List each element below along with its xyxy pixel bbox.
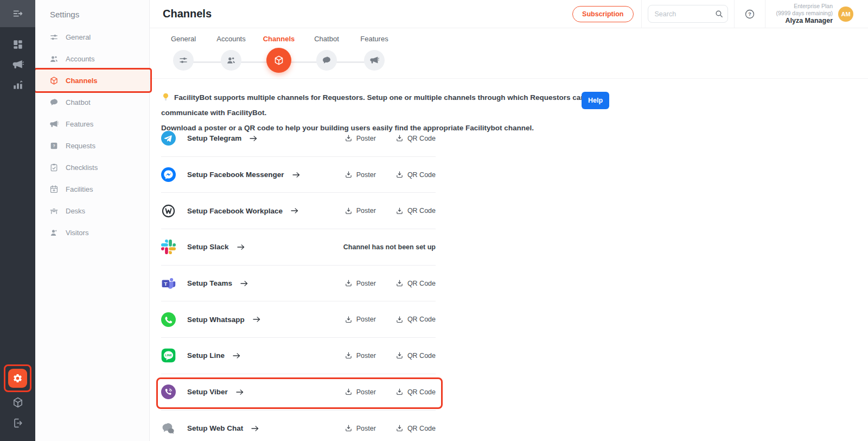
poster-download-button[interactable]: Poster — [344, 134, 376, 142]
channel-row: Setup Web Chat Channel has not been set … — [161, 411, 436, 441]
channel-setup-link[interactable]: Setup Telegram — [187, 134, 241, 142]
collapse-sidebar-button[interactable] — [0, 0, 35, 27]
subscription-button[interactable]: Subscription — [572, 6, 633, 22]
search-box — [648, 5, 728, 23]
download-icon — [344, 316, 353, 324]
poster-download-button[interactable]: Poster — [344, 279, 376, 287]
qr-code-download-button[interactable]: QR Code — [395, 134, 436, 142]
settings-menu-item[interactable]: Checklists — [35, 156, 149, 178]
poster-download-button[interactable]: Poster — [344, 171, 376, 179]
svg-text:LINE: LINE — [165, 354, 172, 357]
stepper-step-circle[interactable] — [173, 50, 194, 71]
qr-code-label: QR Code — [407, 388, 436, 396]
channel-row: Setup Facebook Workplace Channel has not… — [161, 193, 436, 229]
rail-bottom-button[interactable] — [12, 417, 24, 429]
bar-chart-icon — [12, 79, 24, 91]
download-icon — [344, 424, 353, 432]
settings-menu-item[interactable]: Features — [35, 113, 149, 135]
arrow-right-icon[interactable] — [291, 170, 301, 180]
setup-stepper: General Accounts Channels — [159, 35, 398, 73]
channel-setup-link[interactable]: Setup Facebook Messenger — [187, 171, 284, 179]
rail-nav-button[interactable] — [12, 59, 24, 71]
rail-bottom-button[interactable] — [12, 396, 24, 408]
stepper-step[interactable]: Features — [350, 35, 398, 73]
download-icon — [395, 171, 404, 179]
qr-code-download-button[interactable]: QR Code — [395, 388, 436, 396]
arrow-right-icon[interactable] — [239, 279, 249, 288]
plan-remaining: (9999 days remaining) — [776, 10, 833, 17]
arrow-right-icon[interactable] — [235, 387, 245, 397]
channel-setup-link[interactable]: Setup Slack — [187, 243, 229, 251]
settings-menu-item[interactable]: Facilities — [35, 178, 149, 200]
channel-setup-link[interactable]: Setup Facebook Workplace — [187, 207, 283, 215]
collapse-sidebar-icon — [12, 8, 24, 20]
search-icon[interactable] — [714, 9, 724, 18]
poster-label: Poster — [356, 171, 376, 179]
rail-bottom-button[interactable] — [8, 369, 27, 388]
stepper-step-label: Channels — [263, 35, 295, 43]
settings-sidebar: Settings General Accounts Channels Chatb… — [35, 0, 150, 441]
checklist-icon — [49, 163, 59, 172]
settings-menu-item-label: Channels — [66, 77, 98, 85]
qr-code-download-button[interactable]: QR Code — [395, 424, 436, 432]
stepper-step[interactable]: Chatbot — [303, 35, 350, 73]
settings-menu-item[interactable]: General — [35, 26, 149, 48]
messenger-icon — [161, 167, 176, 182]
channel-setup-link[interactable]: Setup Web Chat — [187, 424, 243, 432]
stepper-step-circle[interactable] — [221, 50, 241, 71]
poster-download-button[interactable]: Poster — [344, 388, 376, 396]
stepper-step[interactable]: Accounts — [207, 35, 255, 73]
rail-nav-button[interactable] — [12, 39, 24, 51]
arrow-right-icon[interactable] — [250, 424, 260, 433]
settings-menu-item[interactable]: Channels — [35, 70, 149, 91]
poster-download-button[interactable]: Poster — [344, 316, 376, 324]
channel-setup-link[interactable]: Setup Whatsapp — [187, 316, 245, 324]
poster-label: Poster — [356, 316, 376, 323]
page-title: Channels — [163, 8, 212, 20]
arrow-right-icon[interactable] — [232, 351, 241, 361]
avatar[interactable]: AM — [838, 7, 853, 22]
arrow-right-icon[interactable] — [252, 314, 261, 324]
help-button[interactable]: Help — [582, 92, 609, 109]
stepper-step-circle[interactable] — [266, 48, 291, 73]
arrow-right-icon[interactable] — [248, 134, 258, 143]
channel-row: LINE Setup Line Channel has not been set… — [161, 338, 436, 374]
rail-nav-button[interactable] — [12, 79, 24, 91]
chat-bubble-icon — [49, 98, 59, 107]
download-icon — [344, 134, 353, 142]
qr-code-download-button[interactable]: QR Code — [395, 207, 436, 215]
question-circle-icon[interactable]: ? — [744, 9, 755, 20]
channel-list: Setup Telegram Channel has not been set … — [161, 121, 436, 441]
qr-code-download-button[interactable]: QR Code — [395, 316, 436, 324]
settings-menu-item[interactable]: Chatbot — [35, 91, 149, 113]
poster-download-button[interactable]: Poster — [344, 351, 376, 360]
content-divider — [150, 78, 868, 79]
channel-row: Setup Viber Channel has not been set up … — [161, 374, 436, 411]
channel-setup-link[interactable]: Setup Line — [187, 351, 225, 360]
qr-code-download-button[interactable]: QR Code — [395, 351, 436, 360]
settings-menu-item[interactable]: Accounts — [35, 48, 149, 70]
stepper-step-circle[interactable] — [316, 50, 337, 71]
poster-label: Poster — [356, 352, 376, 360]
qr-code-download-button[interactable]: QR Code — [395, 171, 436, 179]
channel-setup-link[interactable]: Setup Teams — [187, 279, 232, 287]
settings-menu-item[interactable]: Visitors — [35, 222, 149, 243]
poster-download-button[interactable]: Poster — [344, 424, 376, 432]
arrow-right-icon[interactable] — [290, 206, 299, 216]
channel-setup-link[interactable]: Setup Viber — [187, 388, 228, 396]
stepper-step[interactable]: Channels — [255, 35, 303, 73]
settings-menu-item[interactable]: ? Requests — [35, 135, 149, 156]
stepper-step-circle[interactable] — [364, 50, 385, 71]
download-icon — [395, 351, 404, 360]
download-icon — [344, 351, 353, 360]
slack-icon — [161, 240, 176, 254]
poster-download-button[interactable]: Poster — [344, 207, 376, 215]
profile-block[interactable]: Enterprise Plan (9999 days remaining) Al… — [765, 3, 868, 25]
search-area — [642, 5, 734, 23]
stepper-step[interactable]: General — [159, 35, 207, 73]
settings-menu-item[interactable]: Desks — [35, 200, 149, 222]
chat-bubble-icon — [322, 55, 331, 65]
help-area: ? — [735, 9, 765, 20]
qr-code-download-button[interactable]: QR Code — [395, 279, 436, 287]
arrow-right-icon[interactable] — [236, 242, 246, 252]
